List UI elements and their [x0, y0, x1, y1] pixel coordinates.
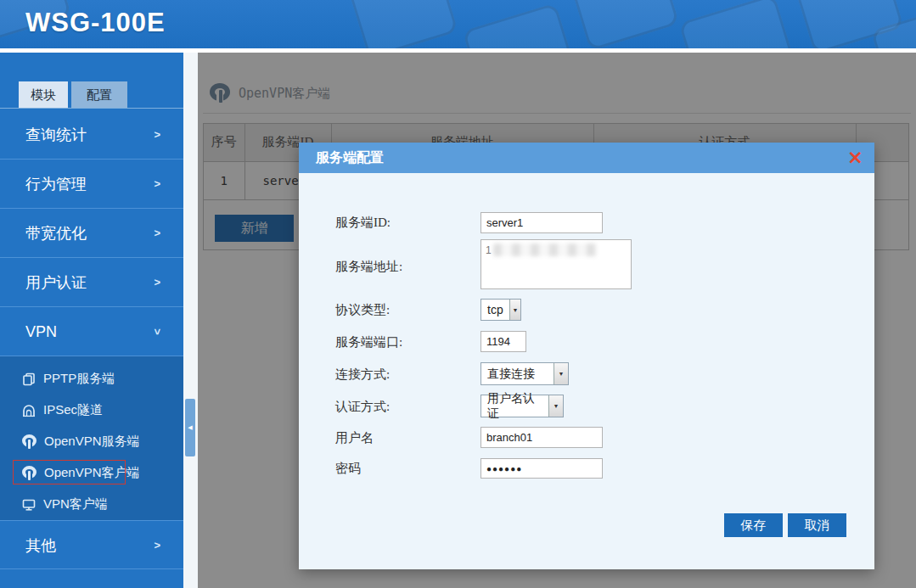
sidebar-item-behavior-mgmt[interactable]: 行为管理 > — [0, 160, 183, 209]
sidebar-item-label: 用户认证 — [25, 274, 87, 291]
server-id-input[interactable] — [480, 212, 603, 233]
keyboard-texture — [462, 3, 577, 48]
sidebar-tab-bar: 模块 配置 — [0, 81, 183, 109]
submenu-item-label: IPSec隧道 — [43, 402, 103, 418]
keyboard-texture — [348, 0, 458, 48]
keyboard-texture — [569, 0, 680, 48]
dialog-title: 服务端配置 — [316, 143, 384, 173]
vpn-submenu: PPTP服务端 IPSec隧道 OpenVPN服务端 OpenVPN客户端 VP… — [0, 356, 183, 520]
collapse-left-icon: ◀ — [188, 424, 192, 431]
chevron-right-icon: > — [154, 209, 160, 258]
chevron-down-icon: > — [132, 328, 182, 335]
product-title: WSG-100E — [25, 8, 166, 38]
server-addr-textarea[interactable] — [480, 239, 632, 289]
port-label: 服务端端口: — [335, 334, 475, 350]
password-input[interactable] — [480, 458, 603, 479]
chevron-right-icon: > — [154, 258, 160, 307]
monitor-icon — [22, 498, 36, 512]
dropdown-arrow-icon: ▼ — [548, 395, 563, 417]
dropdown-arrow-icon: ▼ — [509, 300, 520, 320]
protocol-select[interactable]: tcp ▼ — [480, 299, 521, 321]
sidebar-item-label: 行为管理 — [25, 176, 87, 193]
connect-mode-value: 直接连接 — [481, 363, 554, 384]
submenu-item-label: OpenVPN服务端 — [44, 434, 140, 450]
sidebar-item-openvpn-server[interactable]: OpenVPN服务端 — [0, 426, 183, 457]
tab-config[interactable]: 配置 — [71, 81, 127, 108]
sidebar-collapse-handle[interactable]: ◀ — [185, 399, 195, 456]
app-header: WSG-100E — [0, 0, 916, 48]
sidebar-item-bandwidth[interactable]: 带宽优化 > — [0, 209, 183, 258]
chevron-right-icon: > — [154, 521, 160, 570]
sidebar-item-label: 其他 — [25, 537, 56, 554]
chevron-right-icon: > — [154, 160, 160, 209]
sidebar-item-pptp-server[interactable]: PPTP服务端 — [0, 363, 183, 395]
submenu-item-label: OpenVPN客户端 — [44, 465, 140, 481]
sidebar-item-vpn[interactable]: VPN > — [0, 307, 183, 356]
openvpn-icon — [22, 466, 37, 480]
sidebar-gutter: ◀ — [183, 53, 198, 588]
username-label: 用户名 — [335, 430, 475, 446]
keyboard-texture — [678, 0, 797, 48]
submenu-item-label: VPN客户端 — [43, 496, 108, 512]
sidebar-item-other[interactable]: 其他 > — [0, 520, 183, 569]
connect-mode-select[interactable]: 直接连接 ▼ — [480, 362, 569, 385]
sidebar-item-user-auth[interactable]: 用户认证 > — [0, 258, 183, 307]
ipsec-tunnel-icon — [22, 404, 36, 417]
chevron-right-icon: > — [154, 110, 160, 160]
dialog-header: 服务端配置 × — [299, 143, 874, 173]
protocol-label: 协议类型: — [335, 302, 475, 318]
protocol-value: tcp — [481, 300, 509, 320]
password-label: 密码 — [335, 461, 475, 477]
server-config-dialog: 服务端配置 × 服务端ID: 服务端地址: 1 协议类型: tcp ▼ 服务端端… — [299, 143, 874, 569]
tab-modules[interactable]: 模块 — [19, 81, 68, 108]
port-input[interactable] — [480, 331, 526, 352]
sidebar-menu: 查询统计 > 行为管理 > 带宽优化 > 用户认证 > VPN > — [0, 110, 183, 569]
openvpn-icon — [22, 434, 37, 449]
connect-mode-label: 连接方式: — [335, 367, 475, 383]
sidebar-item-label: VPN — [25, 323, 57, 340]
close-icon[interactable]: × — [847, 145, 863, 169]
sidebar-item-openvpn-client[interactable]: OpenVPN客户端 — [0, 457, 183, 489]
server-addr-label: 服务端地址: — [335, 259, 475, 275]
pptp-icon — [22, 372, 36, 386]
auth-mode-label: 认证方式: — [335, 399, 475, 415]
auth-mode-value: 用户名认证 — [481, 395, 548, 417]
sidebar-item-query-stats[interactable]: 查询统计 > — [0, 110, 183, 160]
sidebar-item-label: 查询统计 — [25, 126, 87, 143]
sidebar-item-label: 带宽优化 — [25, 225, 87, 242]
server-id-label: 服务端ID: — [335, 215, 475, 231]
sidebar-item-ipsec-tunnel[interactable]: IPSec隧道 — [0, 395, 183, 426]
cancel-button[interactable]: 取消 — [788, 513, 846, 537]
sidebar-item-vpn-client[interactable]: VPN客户端 — [0, 489, 183, 520]
dropdown-arrow-icon: ▼ — [554, 363, 568, 384]
auth-mode-select[interactable]: 用户名认证 ▼ — [480, 395, 564, 417]
save-button[interactable]: 保存 — [724, 513, 783, 537]
app-window: WSG-100E 模块 配置 查询统计 > 行为管理 > 带宽优化 > 用户认证… — [0, 0, 916, 588]
username-input[interactable] — [480, 427, 603, 448]
sidebar: 模块 配置 查询统计 > 行为管理 > 带宽优化 > 用户认证 > VPN > — [0, 53, 183, 588]
submenu-item-label: PPTP服务端 — [43, 371, 115, 387]
